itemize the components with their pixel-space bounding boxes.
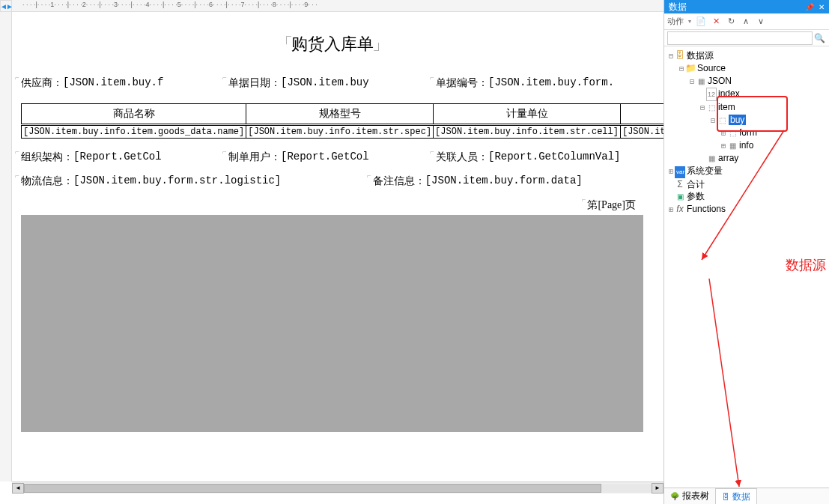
scroll-left-button[interactable]: ◄ xyxy=(12,483,24,494)
design-canvas-area: ◄► · · · ·|· · · ·1· · · ·|· · · ·2· · ·… xyxy=(0,0,664,504)
cell-unit[interactable]: [JSON.item.buy.info.item.str.cell] xyxy=(434,125,621,139)
date-field[interactable]: 单据日期： [JSON.item.buy xyxy=(228,76,436,90)
expand-arrows-icon: ◄► xyxy=(0,2,12,10)
table-icon: ▦ xyxy=(727,140,738,152)
remark-value: [JSON.item.buy.form.data] xyxy=(425,174,583,188)
expand-toggle-icon[interactable]: ⊟ xyxy=(678,63,685,75)
col-product-name[interactable]: 商品名称 xyxy=(22,104,246,125)
scroll-thumb[interactable] xyxy=(24,484,601,493)
horizontal-ruler[interactable]: · · · ·|· · · ·1· · · ·|· · · ·2· · · ·|… xyxy=(12,0,663,12)
collapse-up-icon[interactable]: ∧ xyxy=(741,16,751,27)
tree-node-source[interactable]: ⊟📁Source ⊟▦JSON 12index ⊟⬚item xyxy=(678,62,828,165)
tree-node-info[interactable]: ⊞▦info xyxy=(720,139,828,152)
tree-node-form[interactable]: ⊞⬚form xyxy=(720,127,828,139)
function-icon: fx xyxy=(675,203,685,215)
cell-product-name[interactable]: [JSON.item.buy.info.item.goods_data.name… xyxy=(22,125,246,139)
grid-data-row: [JSON.item.buy.info.item.goods_data.name… xyxy=(22,125,664,139)
cell-spec[interactable]: [JSON.item.buy.info.item.str.spec] xyxy=(246,125,434,139)
col-unit[interactable]: 计量单位 xyxy=(434,104,621,125)
tree-label: 数据源 xyxy=(687,50,714,61)
tree-node-index[interactable]: 12index xyxy=(699,88,828,101)
tree-label: index xyxy=(718,88,740,99)
database-icon: 🗄 xyxy=(722,493,729,501)
tab-data[interactable]: 🗄数据 xyxy=(715,488,757,505)
page-footer[interactable]: 第[Page]页 xyxy=(21,198,643,212)
ruler-marks: · · · ·|· · · ·1· · · ·|· · · ·2· · · ·|… xyxy=(22,1,318,8)
report-canvas[interactable]: 购货入库单 供应商： [JSON.item.buy.f 单据日期： [JSON.… xyxy=(12,12,663,482)
expand-toggle-icon[interactable]: ⊟ xyxy=(699,102,706,114)
supplier-label: 供应商： xyxy=(21,76,63,90)
cell-warehouse[interactable]: [JSON.item.buy.info.item.warehouse_data.… xyxy=(620,125,663,139)
org-label: 组织架构： xyxy=(21,151,73,164)
expand-down-icon[interactable]: ∨ xyxy=(756,16,766,27)
scroll-right-button[interactable]: ► xyxy=(652,483,663,494)
new-datasource-icon[interactable]: 📄 xyxy=(696,16,706,27)
col-warehouse[interactable]: 仓库 xyxy=(620,104,663,125)
tree-label: Source xyxy=(697,63,726,73)
date-value: [JSON.item.buy xyxy=(281,76,369,90)
canvas-empty-area xyxy=(21,215,643,432)
vertical-ruler[interactable] xyxy=(0,12,12,482)
tree-root-datasource[interactable]: ⊟🗄数据源 ⊟📁Source ⊟▦JSON 12index xyxy=(667,49,828,165)
docno-field[interactable]: 单据编号： [JSON.item.buy.form. xyxy=(436,76,643,90)
tree-node-functions[interactable]: ⊞fxFunctions xyxy=(667,203,828,216)
tree-label: form xyxy=(739,127,757,138)
col-spec[interactable]: 规格型号 xyxy=(246,104,434,125)
delete-icon[interactable]: ✕ xyxy=(711,16,721,27)
tab-label: 数据 xyxy=(732,491,750,503)
docno-value: [JSON.item.buy.form. xyxy=(488,76,614,90)
maker-field[interactable]: 制单用户： [Report.GetCol xyxy=(228,151,436,164)
report-title[interactable]: 购货入库单 xyxy=(276,33,389,55)
horizontal-scrollbar[interactable]: ◄ ► xyxy=(12,482,663,494)
tree-node-buy[interactable]: ⊟⬚buy ⊞⬚form ⊞▦info xyxy=(709,114,828,152)
footer-row-1: 组织架构： [Report.GetCol 制单用户： [Report.GetCo… xyxy=(21,151,643,164)
search-icon[interactable]: 🔍 xyxy=(813,33,826,43)
remark-field[interactable]: 备注信息： [JSON.item.buy.form.data] xyxy=(373,174,643,188)
panel-close-icon[interactable]: ✕ xyxy=(819,3,825,11)
expand-toggle-icon[interactable]: ⊟ xyxy=(709,115,717,127)
report-page[interactable]: 购货入库单 供应商： [JSON.item.buy.f 单据日期： [JSON.… xyxy=(12,12,652,440)
expand-toggle-icon[interactable]: ⊞ xyxy=(720,140,727,152)
panel-title: 数据 xyxy=(669,1,687,13)
expand-toggle-icon[interactable]: ⊞ xyxy=(667,204,675,216)
variable-icon: var xyxy=(675,166,685,178)
tree-node-params[interactable]: ▣参数 xyxy=(667,190,828,203)
remark-label: 备注信息： xyxy=(373,174,425,188)
assoc-label: 关联人员： xyxy=(436,151,488,164)
tree-node-array[interactable]: ▦array xyxy=(699,152,828,165)
expand-toggle-icon[interactable]: ⊟ xyxy=(667,50,675,62)
refresh-icon[interactable]: ↻ xyxy=(726,16,736,27)
datasource-tree[interactable]: ⊟🗄数据源 ⊟📁Source ⊟▦JSON 12index xyxy=(664,46,829,488)
ruler-corner[interactable]: ◄► xyxy=(0,0,12,12)
actions-dropdown[interactable]: 动作 xyxy=(667,16,684,27)
table-icon: ▦ xyxy=(706,153,717,165)
expand-toggle-icon[interactable]: ⊟ xyxy=(688,76,696,88)
org-field[interactable]: 组织架构： [Report.GetCol xyxy=(21,151,228,164)
logistic-field[interactable]: 物流信息： [JSON.item.buy.form.str.logistic] xyxy=(21,174,373,188)
search-input[interactable] xyxy=(667,31,813,45)
docno-label: 单据编号： xyxy=(436,76,488,90)
tree-node-total[interactable]: Σ合计 xyxy=(667,178,828,190)
tree-node-sysvar[interactable]: ⊞var系统变量 xyxy=(667,165,828,178)
tab-report-tree[interactable]: 🌳报表树 xyxy=(664,488,715,504)
tree-node-json[interactable]: ⊟▦JSON 12index ⊟⬚item ⊟⬚buy xyxy=(688,75,828,165)
header-fields-row: 供应商： [JSON.item.buy.f 单据日期： [JSON.item.b… xyxy=(21,76,643,90)
tree-node-item[interactable]: ⊟⬚item ⊟⬚buy ⊞⬚form ⊞▦info xyxy=(699,101,828,152)
page-number-text: 第[Page]页 xyxy=(587,199,636,210)
panel-tabs: 🌳报表树 🗄数据 xyxy=(664,488,829,504)
tree-label: 系统变量 xyxy=(687,166,723,176)
number-field-icon: 12 xyxy=(706,88,717,101)
expand-toggle-icon[interactable]: ⊞ xyxy=(667,166,675,177)
scroll-track[interactable] xyxy=(24,484,652,493)
tree-label: Functions xyxy=(687,204,726,214)
supplier-field[interactable]: 供应商： [JSON.item.buy.f xyxy=(21,76,228,90)
parameter-icon: ▣ xyxy=(675,191,685,203)
assoc-field[interactable]: 关联人员： [Report.GetColumnVal] xyxy=(436,151,643,164)
org-value: [Report.GetCol xyxy=(73,151,162,164)
data-grid[interactable]: 商品名称 规格型号 计量单位 仓库 数量 [JSON.item.buy.info… xyxy=(21,103,663,139)
tree-label: 参数 xyxy=(687,191,705,201)
panel-header: 数据 📌 ✕ xyxy=(664,0,829,13)
panel-pin-icon[interactable]: 📌 xyxy=(805,3,814,11)
expand-toggle-icon[interactable]: ⊞ xyxy=(720,127,727,139)
footer-row-2: 物流信息： [JSON.item.buy.form.str.logistic] … xyxy=(21,174,643,188)
